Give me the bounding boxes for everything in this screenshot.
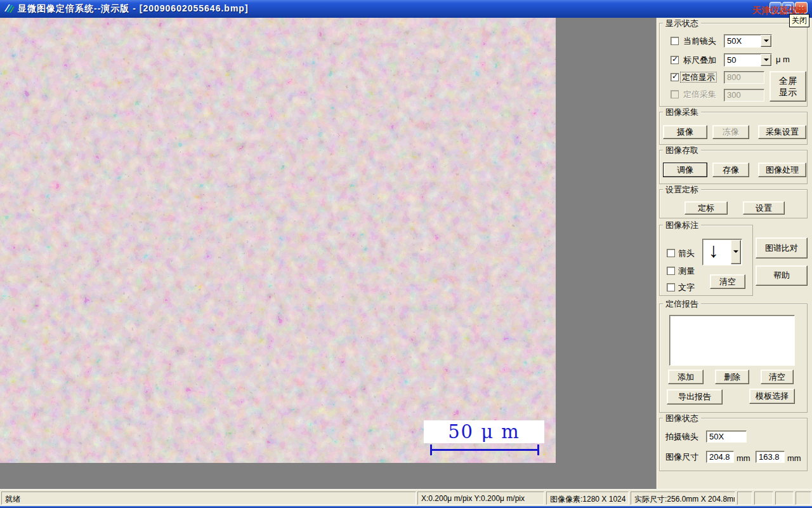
label-current-lens: 当前镜头 xyxy=(683,36,716,46)
chevron-down-icon[interactable] xyxy=(761,54,771,66)
export-report-button[interactable]: 导出报告 xyxy=(667,389,723,404)
shooting-lens-field[interactable]: 50X xyxy=(706,431,747,443)
status-actual-size: 实际尺寸:256.0mm X 204.8mm xyxy=(631,491,735,505)
close-tooltip: 关闭 xyxy=(789,14,809,27)
shoot-button[interactable]: 摄像 xyxy=(663,125,707,139)
capture-settings-button[interactable]: 采集设置 xyxy=(758,125,806,139)
group-image-status: 图像状态 xyxy=(659,418,808,471)
label-text: 文字 xyxy=(678,283,695,292)
client-area: 50 μ m xyxy=(0,18,656,489)
restore-button[interactable]: ❐ xyxy=(782,2,794,13)
checkbox-current-lens[interactable] xyxy=(671,37,679,45)
arrow-style-combobox[interactable]: ↓ xyxy=(702,239,742,265)
report-listbox[interactable] xyxy=(669,315,795,366)
report-clear-button[interactable]: 清空 xyxy=(761,370,794,384)
label-fixed-display: 定倍显示 xyxy=(681,72,716,82)
calibrate-button[interactable]: 定标 xyxy=(684,201,728,215)
status-image-pixels: 图像像素:1280 X 1024 xyxy=(546,491,629,505)
titlebar[interactable]: 显微图像定倍系统--演示版 - [20090602055646.bmp] _ ❐… xyxy=(0,0,812,18)
group-image-status-title: 图像状态 xyxy=(663,413,701,424)
app-window: 显微图像定倍系统--演示版 - [20090602055646.bmp] _ ❐… xyxy=(0,0,812,508)
status-spare-cell xyxy=(737,491,752,505)
fixed-display-field: 800 xyxy=(724,71,764,84)
image-process-button[interactable]: 图像处理 xyxy=(758,163,806,177)
scale-unit-label: μ m xyxy=(776,55,790,64)
scale-bar-overlay: 50 μ m xyxy=(424,420,544,443)
label-scale-overlay: 标尺叠加 xyxy=(683,55,716,65)
freeze-button: 冻像 xyxy=(712,125,749,139)
group-set-calibration: 设置定标 xyxy=(659,189,808,218)
help-button[interactable]: 帮助 xyxy=(756,265,808,286)
group-report-title: 定倍报告 xyxy=(663,298,701,309)
checkbox-arrow[interactable] xyxy=(667,249,675,257)
checkbox-fixed-display[interactable] xyxy=(671,73,679,81)
status-spare-cell xyxy=(754,491,773,505)
group-image-storage-title: 图像存取 xyxy=(663,145,701,156)
label-shooting-lens: 拍摄镜头 xyxy=(665,432,698,441)
width-unit-label: mm xyxy=(737,453,750,463)
image-height-field[interactable]: 163.8 xyxy=(756,451,785,463)
checkbox-measure[interactable] xyxy=(667,267,675,275)
checkbox-scale-overlay[interactable] xyxy=(671,56,679,64)
chevron-down-icon[interactable] xyxy=(761,35,771,47)
report-add-button[interactable]: 添加 xyxy=(668,370,704,384)
fixed-capture-field: 300 xyxy=(724,89,764,102)
atlas-compare-button[interactable]: 图谱比对 xyxy=(756,237,808,258)
control-panel: 显示状态 当前镜头 50X 标尺叠加 50 μ m 定倍显示 800 全屏显示 … xyxy=(656,18,812,489)
height-unit-label: mm xyxy=(787,453,801,463)
arrow-marker-icon: ↓ xyxy=(709,239,719,262)
save-image-button[interactable]: 存像 xyxy=(712,163,749,177)
status-bar: 就绪 X:0.200μ m/pix Y:0.200μ m/pix 图像像素:12… xyxy=(0,489,812,506)
label-fixed-capture: 定倍采集 xyxy=(683,90,716,99)
checkbox-fixed-capture xyxy=(671,90,679,98)
micrograph-image[interactable]: 50 μ m xyxy=(0,18,556,463)
template-select-button[interactable]: 模板选择 xyxy=(749,389,795,404)
annotation-clear-button[interactable]: 清空 xyxy=(710,274,745,289)
chevron-down-icon[interactable] xyxy=(731,240,741,264)
close-button[interactable]: ✕ xyxy=(795,2,808,13)
group-image-capture-title: 图像采集 xyxy=(663,107,701,117)
group-set-calibration-title: 设置定标 xyxy=(663,184,701,195)
app-icon xyxy=(4,3,15,14)
scale-value-combobox[interactable]: 50 xyxy=(724,53,772,67)
scale-value: 50 xyxy=(724,54,761,66)
group-annotation-title: 图像标注 xyxy=(663,220,701,231)
fullscreen-button[interactable]: 全屏显示 xyxy=(769,71,806,102)
checkbox-text[interactable] xyxy=(667,283,675,291)
status-spare-cell xyxy=(796,491,811,505)
report-delete-button[interactable]: 删除 xyxy=(715,370,749,384)
status-spare-cell xyxy=(775,491,794,505)
current-lens-combobox[interactable]: 50X xyxy=(724,34,772,48)
status-pixel-scale: X:0.200μ m/pix Y:0.200μ m/pix xyxy=(417,491,544,505)
label-image-size: 图像尺寸 xyxy=(665,452,698,462)
load-image-button[interactable]: 调像 xyxy=(663,163,707,177)
status-ready: 就绪 xyxy=(1,491,416,505)
current-lens-value: 50X xyxy=(724,35,761,47)
minimize-button[interactable]: _ xyxy=(769,2,782,13)
calib-settings-button[interactable]: 设置 xyxy=(743,201,785,215)
image-width-field[interactable]: 204.8 xyxy=(706,451,734,463)
label-arrow: 箭头 xyxy=(678,248,695,258)
label-measure: 测量 xyxy=(678,266,695,276)
scale-bar-line xyxy=(430,449,539,451)
group-display-status-title: 显示状态 xyxy=(663,18,701,29)
scale-bar-label: 50 μ m xyxy=(448,421,520,443)
window-title: 显微图像定倍系统--演示版 - [20090602055646.bmp] xyxy=(18,3,249,15)
